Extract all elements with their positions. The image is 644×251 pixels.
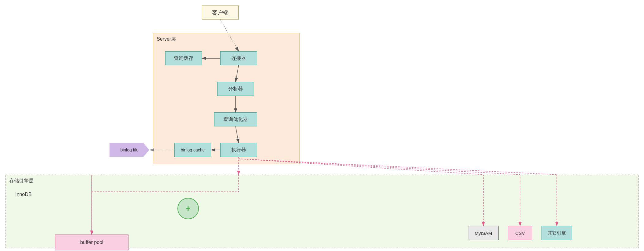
binlog-cache-label: binlog cache — [181, 147, 205, 152]
connector-box: 连接器 — [220, 51, 257, 65]
csv-label: CSV — [516, 231, 525, 236]
myisam-box: MyISAM — [468, 226, 499, 240]
binlog-cache-box: binlog cache — [174, 143, 211, 157]
client-label: 客户端 — [212, 9, 229, 16]
buffer-pool-box: buffer pool — [55, 235, 128, 250]
optimizer-box: 查询优化器 — [214, 112, 257, 126]
binlog-file-box: binlog file — [110, 143, 149, 157]
storage-layer-label: 存储引擎层 — [9, 178, 34, 184]
analyzer-label: 分析器 — [228, 86, 243, 92]
connector-label: 连接器 — [231, 55, 246, 62]
other-engines-box: 其它引擎 — [542, 226, 572, 240]
other-engines-label: 其它引擎 — [548, 230, 566, 236]
csv-box: CSV — [508, 226, 532, 240]
diagram-container: 客户端 Server层 查询缓存 连接器 分析器 查询优化器 执行器 binlo… — [0, 0, 644, 251]
executor-label: 执行器 — [231, 147, 246, 153]
buffer-pool-label: buffer pool — [80, 240, 103, 245]
analyzer-box: 分析器 — [217, 82, 254, 96]
query-cache-label: 查询缓存 — [174, 55, 193, 62]
executor-box: 执行器 — [220, 143, 257, 157]
myisam-label: MyISAM — [475, 231, 492, 236]
server-layer-label: Server层 — [157, 36, 176, 42]
client-box: 客户端 — [202, 5, 239, 20]
query-cache-box: 查询缓存 — [165, 51, 202, 65]
innodb-label: InnoDB — [15, 192, 32, 197]
optimizer-label: 查询优化器 — [223, 116, 248, 123]
disk-symbol — [177, 198, 199, 219]
binlog-file-label: binlog file — [120, 147, 138, 152]
